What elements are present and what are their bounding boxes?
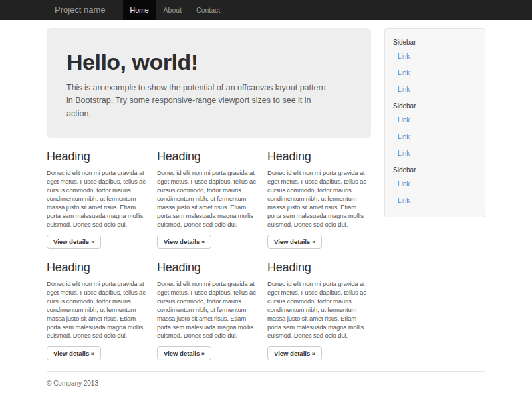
card-heading: Heading [47,261,150,275]
card-heading: Heading [157,150,261,164]
card: Heading Donec id elit non mi porta gravi… [157,142,261,249]
nav-item-home[interactable]: Home [123,0,156,20]
sidebar-link[interactable]: Link [385,48,485,65]
card: Heading Donec id elit non mi porta gravi… [47,253,150,360]
view-details-button[interactable]: View details » [47,346,101,360]
navbar-nav: Home About Contact [123,0,228,20]
view-details-button[interactable]: View details » [157,235,211,249]
card-body-text: Donec id elit non mi porta gravida at eg… [267,280,371,340]
jumbotron-description: This is an example to show the potential… [66,82,332,120]
content-row: Hello, world! This is an example to show… [47,20,485,360]
sidebar-link[interactable]: Link [385,176,485,192]
nav-item-contact[interactable]: Contact [189,0,227,20]
sidebar-link[interactable]: Link [385,192,485,209]
view-details-button[interactable]: View details » [267,346,322,360]
cards-row-1: Heading Donec id elit non mi porta gravi… [47,142,371,249]
sidebar-link[interactable]: Link [385,128,485,145]
card-heading: Heading [47,150,150,164]
card-heading: Heading [267,150,371,164]
sidebar-group-1: Sidebar Link Link Link [385,34,485,98]
sidebar-heading: Sidebar [385,162,485,176]
sidebar: Sidebar Link Link Link Sidebar Link Link… [384,28,485,217]
jumbotron-title: Hello, world! [66,49,351,75]
navbar-brand[interactable]: Project name [47,0,114,20]
sidebar-link[interactable]: Link [385,81,485,98]
cards-row-2: Heading Donec id elit non mi porta gravi… [47,253,371,360]
copyright-text: © Company 2013 [47,380,485,387]
sidebar-heading: Sidebar [385,34,485,48]
card: Heading Donec id elit non mi porta gravi… [267,142,371,249]
sidebar-group-3: Sidebar Link Link [385,162,485,209]
sidebar-group-2: Sidebar Link Link Link [385,98,485,162]
card: Heading Donec id elit non mi porta gravi… [47,142,150,249]
sidebar-link[interactable]: Link [385,145,485,162]
main-content: Hello, world! This is an example to show… [47,20,371,360]
top-navbar: Project name Home About Contact [0,0,532,20]
page-container: Hello, world! This is an example to show… [47,20,485,387]
navbar-container: Project name Home About Contact [47,0,485,20]
card-body-text: Donec id elit non mi porta gravida at eg… [267,169,371,229]
card-body-text: Donec id elit non mi porta gravida at eg… [47,280,150,340]
page-footer: © Company 2013 [47,380,485,387]
view-details-button[interactable]: View details » [157,346,211,360]
nav-item-about[interactable]: About [156,0,189,20]
jumbotron: Hello, world! This is an example to show… [47,28,371,138]
card-body-text: Donec id elit non mi porta gravida at eg… [47,169,150,229]
view-details-button[interactable]: View details » [267,235,322,249]
view-details-button[interactable]: View details » [47,235,101,249]
card-body-text: Donec id elit non mi porta gravida at eg… [157,280,261,340]
sidebar-link[interactable]: Link [385,112,485,128]
card: Heading Donec id elit non mi porta gravi… [267,253,371,360]
sidebar-link[interactable]: Link [385,65,485,81]
footer-divider [47,371,485,372]
card-heading: Heading [157,261,261,275]
sidebar-heading: Sidebar [385,98,485,112]
card: Heading Donec id elit non mi porta gravi… [157,253,261,360]
card-heading: Heading [267,261,371,275]
card-body-text: Donec id elit non mi porta gravida at eg… [157,169,261,229]
